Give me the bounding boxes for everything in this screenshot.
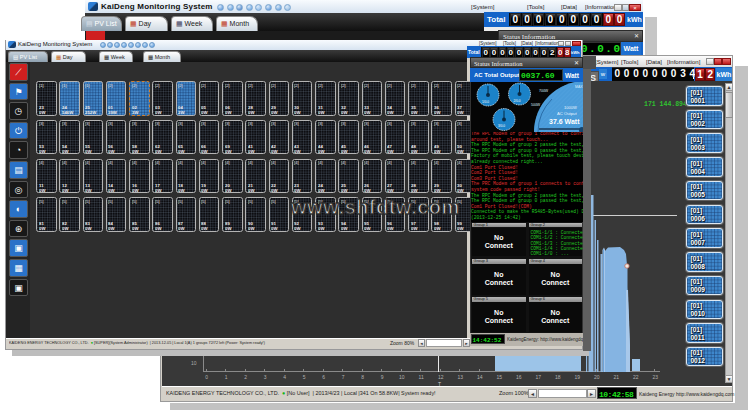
svg-text:MAX: MAX — [575, 85, 583, 89]
svg-text:2/0.0: 2/0.0 — [514, 99, 521, 103]
svg-text:1000W: 1000W — [564, 105, 577, 110]
svg-text:500W: 500W — [531, 103, 541, 107]
svg-text:37.6 Watt: 37.6 Watt — [549, 118, 580, 125]
svg-text:3/0.0: 3/0.0 — [498, 124, 505, 128]
svg-text:700W: 700W — [539, 89, 549, 93]
svg-text:1/0.0: 1/0.0 — [482, 100, 489, 104]
svg-text:AC Output: AC Output — [557, 111, 577, 116]
